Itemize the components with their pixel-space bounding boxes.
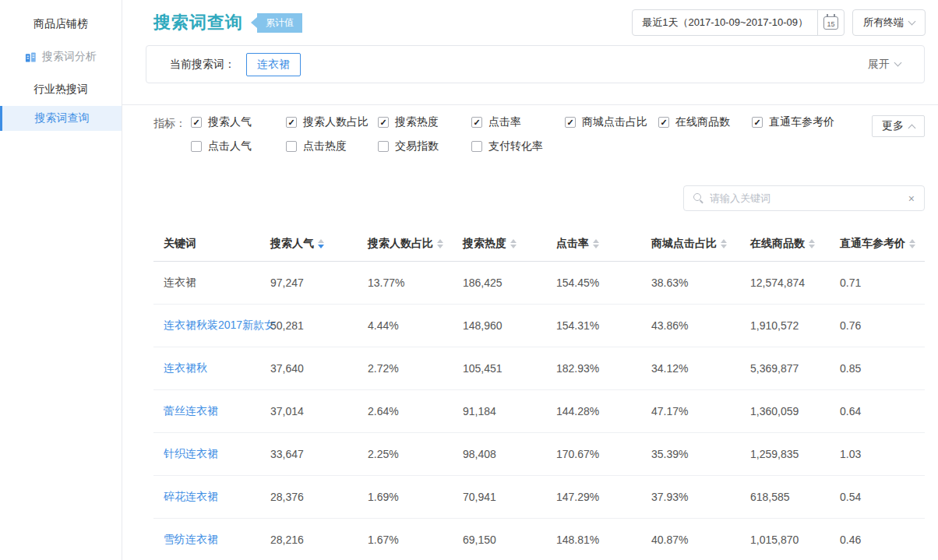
table-row: 针织连衣裙 33,647 2.25% 98,408 170.67% 35.39%…: [153, 433, 925, 476]
app-window: 商品店铺榜 搜索词分析 行业热搜词 搜索词查询: [0, 0, 938, 560]
current-term-label: 当前搜索词：: [170, 58, 235, 72]
keyword-link[interactable]: 连衣裙秋: [153, 347, 260, 390]
value-cell: 38.63%: [641, 262, 740, 305]
column-header-click-rate[interactable]: 点击率: [546, 227, 641, 262]
value-cell: 91,184: [453, 390, 546, 433]
header-controls: 最近1天（2017-10-09~2017-10-09） 15 所有终端: [632, 9, 926, 36]
checkbox-label: 点击热度: [303, 139, 347, 153]
keyword-link[interactable]: 连衣裙秋装2017新款女: [153, 305, 260, 347]
sidebar-item-label: 搜索词查询: [35, 111, 90, 125]
current-term-button[interactable]: 连衣裙: [246, 53, 301, 76]
checkbox-checked-icon[interactable]: ✓: [658, 117, 669, 128]
value-cell: 105,451: [453, 347, 546, 390]
sidebar-item-search-term-query[interactable]: 搜索词查询: [0, 106, 122, 131]
date-range-label: 最近1天（2017-10-09~2017-10-09）: [633, 10, 817, 35]
value-cell: 40.87%: [641, 519, 740, 560]
checkbox-unchecked-icon[interactable]: [378, 141, 389, 152]
table-row: 蕾丝连衣裙 37,014 2.64% 91,184 144.28% 47.17%…: [153, 390, 925, 433]
more-button-label: 更多: [882, 119, 904, 133]
keyword-search-input[interactable]: [710, 192, 908, 204]
checkbox-checked-icon[interactable]: ✓: [752, 117, 763, 128]
metric-checkbox-click-rate[interactable]: ✓ 点击率: [471, 115, 565, 129]
value-cell: 5,369,877: [740, 347, 830, 390]
checkbox-unchecked-icon[interactable]: [471, 141, 482, 152]
sort-icon[interactable]: [809, 239, 815, 248]
keyword-link[interactable]: 蕾丝连衣裙: [153, 390, 260, 433]
keyword-link[interactable]: 针织连衣裙: [153, 433, 260, 476]
checkbox-checked-icon[interactable]: ✓: [286, 117, 297, 128]
sidebar: 商品店铺榜 搜索词分析 行业热搜词 搜索词查询: [0, 0, 122, 560]
calendar-button[interactable]: 15: [817, 10, 844, 35]
checkbox-checked-icon[interactable]: ✓: [565, 117, 576, 128]
metric-checkbox-search-popularity[interactable]: ✓ 搜索人气: [191, 115, 286, 129]
sort-icon[interactable]: [510, 239, 517, 248]
search-icon: [693, 193, 704, 203]
column-header-search-popularity[interactable]: 搜索人气: [260, 227, 358, 262]
metric-checkbox-online-products[interactable]: ✓ 在线商品数: [658, 115, 752, 129]
keyword-link[interactable]: 碎花连衣裙: [153, 476, 260, 519]
column-header-searcher-share[interactable]: 搜索人数占比: [358, 227, 453, 262]
sidebar-item-label: 搜索词分析: [42, 50, 97, 64]
checkbox-label: 搜索人数占比: [303, 115, 368, 129]
calendar-icon: 15: [823, 16, 838, 30]
column-header-search-heat[interactable]: 搜索热度: [453, 227, 546, 262]
sidebar-item-search-term-analysis[interactable]: 搜索词分析: [0, 41, 122, 73]
sort-icon[interactable]: [437, 239, 443, 248]
value-cell: 186,425: [453, 262, 546, 305]
metric-checkbox-ztc-reference-price[interactable]: ✓ 直通车参考价: [752, 115, 869, 129]
value-cell: 0.76: [830, 305, 925, 347]
sort-icon[interactable]: [593, 239, 599, 248]
column-header-ztc-reference-price[interactable]: 直通车参考价: [830, 227, 925, 262]
date-range-picker[interactable]: 最近1天（2017-10-09~2017-10-09） 15: [632, 9, 845, 36]
value-cell: 70,941: [453, 476, 546, 519]
sort-icon[interactable]: [318, 239, 324, 248]
checkbox-unchecked-icon[interactable]: [191, 141, 202, 152]
value-cell: 170.67%: [546, 433, 641, 476]
sidebar-item-industry-hot-words[interactable]: 行业热搜词: [0, 73, 122, 106]
clear-icon[interactable]: ×: [908, 193, 915, 204]
checkbox-checked-icon[interactable]: ✓: [471, 117, 482, 128]
sort-icon[interactable]: [909, 239, 915, 248]
value-cell: 12,574,874: [740, 262, 830, 305]
value-cell: 0.54: [830, 476, 925, 519]
value-cell: 0.85: [830, 347, 925, 390]
search-row: ×: [122, 153, 938, 211]
metric-checkbox-transaction-index[interactable]: 交易指数: [378, 139, 471, 153]
metric-checkbox-searcher-share[interactable]: ✓ 搜索人数占比: [286, 115, 378, 129]
checkbox-unchecked-icon[interactable]: [286, 141, 297, 152]
value-cell: 37.93%: [641, 476, 740, 519]
column-header-online-products[interactable]: 在线商品数: [740, 227, 830, 262]
value-cell: 154.45%: [546, 262, 641, 305]
checkbox-label: 交易指数: [395, 139, 439, 153]
value-cell: 28,376: [260, 476, 358, 519]
sidebar-item-product-shop-rank[interactable]: 商品店铺榜: [0, 8, 122, 41]
checkbox-label: 点击率: [488, 115, 521, 129]
column-header-mall-click-share[interactable]: 商城点击占比: [641, 227, 740, 262]
checkbox-label: 搜索人气: [208, 115, 252, 129]
checkbox-label: 直通车参考价: [769, 115, 834, 129]
metric-checkbox-click-popularity[interactable]: 点击人气: [191, 139, 286, 153]
terminal-select-label: 所有终端: [863, 16, 904, 30]
metric-checkbox-payment-conversion[interactable]: 支付转化率: [471, 139, 565, 153]
value-cell: 147.29%: [546, 476, 641, 519]
keyword-link[interactable]: 雪纺连衣裙: [153, 519, 260, 560]
value-cell: 1,015,870: [740, 519, 830, 560]
checkbox-checked-icon[interactable]: ✓: [378, 117, 389, 128]
more-button[interactable]: 更多: [872, 115, 925, 137]
cumulative-badge: 累计值: [251, 13, 302, 33]
metric-checkbox-mall-click-share[interactable]: ✓ 商城点击占比: [565, 115, 658, 129]
expand-toggle[interactable]: 展开: [868, 58, 901, 72]
keyword-search-box[interactable]: ×: [683, 185, 925, 211]
table-row: 雪纺连衣裙 28,216 1.67% 69,150 148.81% 40.87%…: [153, 519, 925, 560]
checkbox-checked-icon[interactable]: ✓: [191, 117, 202, 128]
value-cell: 154.31%: [546, 305, 641, 347]
value-cell: 37,640: [260, 347, 358, 390]
table-row: 连衣裙秋装2017新款女 50,281 4.44% 148,960 154.31…: [153, 305, 925, 347]
value-cell: 0.71: [830, 262, 925, 305]
sort-icon[interactable]: [721, 239, 727, 248]
metric-checkbox-click-heat[interactable]: 点击热度: [286, 139, 378, 153]
value-cell: 97,247: [260, 262, 358, 305]
terminal-select[interactable]: 所有终端: [852, 9, 926, 36]
current-term-card: 当前搜索词： 连衣裙 展开: [146, 45, 925, 83]
metric-checkbox-search-heat[interactable]: ✓ 搜索热度: [378, 115, 471, 129]
